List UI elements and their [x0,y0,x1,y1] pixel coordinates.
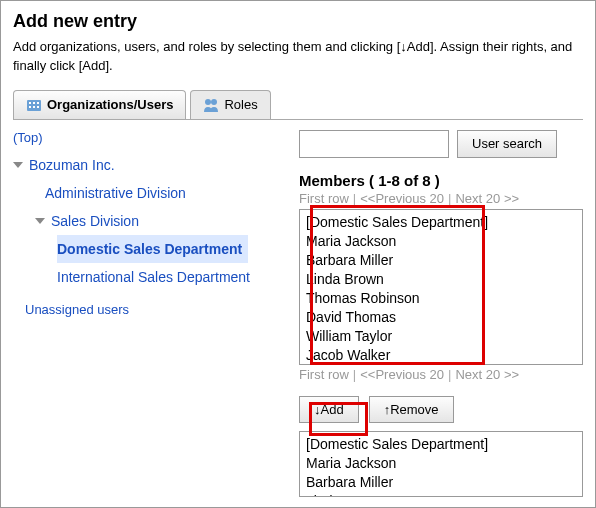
tab-organizations-users[interactable]: Organizations/Users [13,90,186,119]
tree-node-sales-div[interactable]: Sales Division [13,207,281,235]
pager-first[interactable]: First row [299,191,349,206]
svg-point-8 [211,99,217,105]
pager-top: First row|<<Previous 20|Next 20 >> [299,189,583,210]
caret-down-icon [35,218,45,224]
unassigned-users-link[interactable]: Unassigned users [13,297,281,323]
members-heading: Members ( 1-8 of 8 ) [299,172,583,189]
list-item[interactable]: Thomas Robinson [306,289,576,308]
tree-node-domestic-sales[interactable]: Domestic Sales Department [57,235,248,263]
dialog: Add new entry Add organizations, users, … [0,0,596,508]
list-item[interactable]: Daisuke Kato [306,365,576,366]
tree-node-bozuman[interactable]: Bozuman Inc. [13,151,281,179]
list-item[interactable]: David Thomas [306,308,576,327]
list-item[interactable]: Barbara Miller [306,251,576,270]
tree-node-intl-sales[interactable]: International Sales Department [13,263,281,291]
list-item[interactable]: Linda Brown [306,492,576,497]
caret-down-icon [13,162,23,168]
tree-top-link[interactable]: (Top) [13,130,281,145]
pager-prev[interactable]: <<Previous 20 [360,191,444,206]
list-item[interactable]: [Domestic Sales Department] [306,213,576,232]
svg-rect-4 [29,106,31,108]
selected-listbox[interactable]: [Domestic Sales Department]Maria Jackson… [299,431,583,497]
org-tree-panel: (Top) Bozuman Inc. Administrative Divisi… [13,130,281,498]
tabs: Organizations/Users Roles [13,90,583,120]
list-item[interactable]: Barbara Miller [306,473,576,492]
org-icon [26,97,42,113]
page-title: Add new entry [13,11,583,32]
members-panel: User search Members ( 1-8 of 8 ) First r… [299,130,583,498]
list-item[interactable]: Maria Jackson [306,454,576,473]
list-item[interactable]: William Taylor [306,327,576,346]
pager-prev[interactable]: <<Previous 20 [360,367,444,382]
list-item[interactable]: Maria Jackson [306,232,576,251]
page-subtitle: Add organizations, users, and roles by s… [13,38,583,76]
remove-button[interactable]: ↑Remove [369,396,454,423]
svg-rect-2 [33,102,35,104]
pager-next[interactable]: Next 20 >> [455,367,519,382]
add-button[interactable]: ↓Add [299,396,359,423]
svg-rect-5 [33,106,35,108]
svg-point-7 [205,99,211,105]
list-item[interactable]: Jacob Walker [306,346,576,365]
members-listbox[interactable]: [Domestic Sales Department]Maria Jackson… [299,209,583,365]
svg-rect-6 [37,106,39,108]
list-item[interactable]: [Domestic Sales Department] [306,435,576,454]
pager-first[interactable]: First row [299,367,349,382]
pager-bottom: First row|<<Previous 20|Next 20 >> [299,365,583,386]
tree-node-admin-div[interactable]: Administrative Division [13,179,281,207]
pager-next[interactable]: Next 20 >> [455,191,519,206]
user-search-button[interactable]: User search [457,130,557,158]
roles-icon [203,97,219,113]
list-item[interactable]: Linda Brown [306,270,576,289]
tab-label: Organizations/Users [47,97,173,112]
svg-rect-1 [29,102,31,104]
svg-rect-3 [37,102,39,104]
tab-roles[interactable]: Roles [190,90,270,119]
tab-label: Roles [224,97,257,112]
svg-rect-0 [27,100,41,111]
search-input[interactable] [299,130,449,158]
